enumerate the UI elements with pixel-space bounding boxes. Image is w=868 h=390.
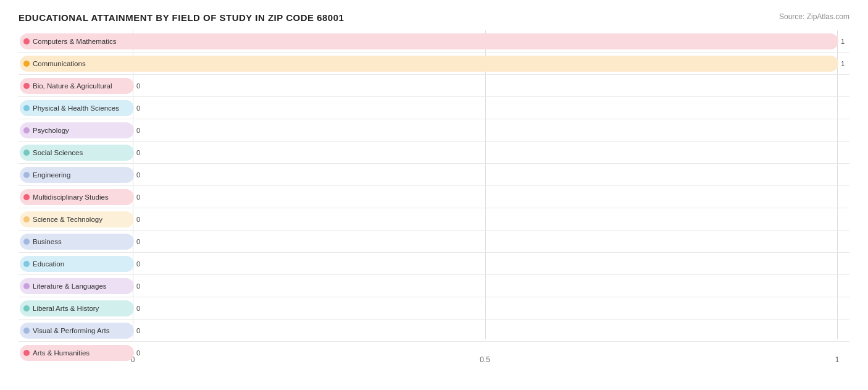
bar-dot xyxy=(23,105,30,111)
bar-label-pill: Physical & Health Sciences xyxy=(20,100,125,116)
bar-label-pill: Visual & Performing Arts xyxy=(20,323,115,339)
bar-label-pill: Education xyxy=(20,256,70,272)
bar-value: 0 xyxy=(136,238,140,245)
bar-dot xyxy=(23,172,30,178)
bar-label-pill: Communications xyxy=(20,56,92,72)
bar-label-pill: Science & Technology xyxy=(20,211,109,227)
bar-row: Multidisciplinary Studies0 xyxy=(19,186,849,208)
bar-row: Liberal Arts & History0 xyxy=(19,297,849,320)
bar-row: Bio, Nature & Agricultural0 xyxy=(19,75,849,97)
bar-dot xyxy=(23,261,30,267)
bar-value: 0 xyxy=(136,327,140,334)
bar-dot xyxy=(23,305,30,312)
bar-label-pill: Psychology xyxy=(20,122,75,138)
bar-label-pill: Literature & Languages xyxy=(20,278,113,294)
bar-value: 1 xyxy=(841,38,845,45)
bar-dot xyxy=(23,350,30,356)
bar-row: Visual & Performing Arts0 xyxy=(19,320,849,342)
bar-label-text: Social Sciences xyxy=(33,149,83,156)
bar-label-pill: Business xyxy=(20,234,68,250)
bar-fill xyxy=(20,33,838,49)
bar-row: Science & Technology0 xyxy=(19,208,849,231)
bar-label-pill: Bio, Nature & Agricultural xyxy=(20,78,118,94)
bar-label-text: Computers & Mathematics xyxy=(33,38,117,45)
bar-label-text: Business xyxy=(33,238,62,245)
bar-row: Engineering0 xyxy=(19,164,849,186)
bar-label-pill: Multidisciplinary Studies xyxy=(20,189,115,205)
bar-dot xyxy=(23,216,30,223)
chart-area: Computers & Mathematics1Communications1B… xyxy=(19,30,849,358)
bar-value: 1 xyxy=(841,60,845,67)
bar-fill xyxy=(20,56,838,72)
bar-value: 0 xyxy=(136,282,140,290)
bar-label-pill: Engineering xyxy=(20,167,77,183)
x-axis: 00.51 xyxy=(19,364,849,365)
bar-label-text: Engineering xyxy=(33,171,70,179)
bar-label-text: Communications xyxy=(33,60,86,67)
bar-row: Arts & Humanities0 xyxy=(19,342,849,364)
bar-row: Psychology0 xyxy=(19,119,849,142)
bar-label-pill: Liberal Arts & History xyxy=(20,300,105,316)
bar-label-text: Arts & Humanities xyxy=(33,349,90,357)
bar-dot xyxy=(23,38,30,45)
bar-row: Literature & Languages0 xyxy=(19,275,849,297)
bar-dot xyxy=(23,127,30,134)
bar-row: Physical & Health Sciences0 xyxy=(19,97,849,119)
bar-value: 0 xyxy=(136,171,140,179)
bar-value: 0 xyxy=(136,216,140,223)
chart-title: EDUCATIONAL ATTAINMENT BY FIELD OF STUDY… xyxy=(19,12,344,23)
bar-row: Education0 xyxy=(19,253,849,275)
bar-value: 0 xyxy=(136,305,140,312)
bar-label-text: Psychology xyxy=(33,127,69,134)
bar-label-text: Literature & Languages xyxy=(33,282,107,290)
bar-label-text: Education xyxy=(33,260,64,268)
chart-container: EDUCATIONAL ATTAINMENT BY FIELD OF STUDY… xyxy=(0,0,868,390)
bar-label-text: Science & Technology xyxy=(33,216,102,223)
bar-value: 0 xyxy=(136,127,140,134)
bar-dot xyxy=(23,283,30,289)
bar-row: Social Sciences0 xyxy=(19,142,849,164)
bar-value: 0 xyxy=(136,82,140,90)
bar-value: 0 xyxy=(136,349,140,357)
bar-label-pill: Arts & Humanities xyxy=(20,345,96,361)
bar-value: 0 xyxy=(136,260,140,268)
bar-label-text: Visual & Performing Arts xyxy=(33,327,109,334)
bar-value: 0 xyxy=(136,193,140,201)
bar-dot xyxy=(23,61,30,67)
bars-section: Computers & Mathematics1Communications1B… xyxy=(19,30,849,358)
bar-value: 0 xyxy=(136,149,140,156)
bar-rows: Computers & Mathematics1Communications1B… xyxy=(19,30,849,364)
bar-label-text: Multidisciplinary Studies xyxy=(33,193,109,201)
bar-dot xyxy=(23,83,30,89)
bar-label-text: Bio, Nature & Agricultural xyxy=(33,82,112,90)
chart-header: EDUCATIONAL ATTAINMENT BY FIELD OF STUDY… xyxy=(19,12,849,23)
bar-row: Communications1 xyxy=(19,53,849,75)
bar-label-pill: Social Sciences xyxy=(20,145,89,161)
bar-dot xyxy=(23,328,30,334)
bar-row: Business0 xyxy=(19,231,849,253)
bar-row: Computers & Mathematics1 xyxy=(19,30,849,53)
bar-label-text: Liberal Arts & History xyxy=(33,305,99,312)
bar-label-text: Physical & Health Sciences xyxy=(33,104,119,112)
bar-dot xyxy=(23,150,30,156)
bar-label-pill: Computers & Mathematics xyxy=(20,33,123,49)
bar-value: 0 xyxy=(136,104,140,112)
source-label: Source: ZipAtlas.com xyxy=(779,12,849,21)
bar-dot xyxy=(23,239,30,245)
bar-dot xyxy=(23,194,30,200)
